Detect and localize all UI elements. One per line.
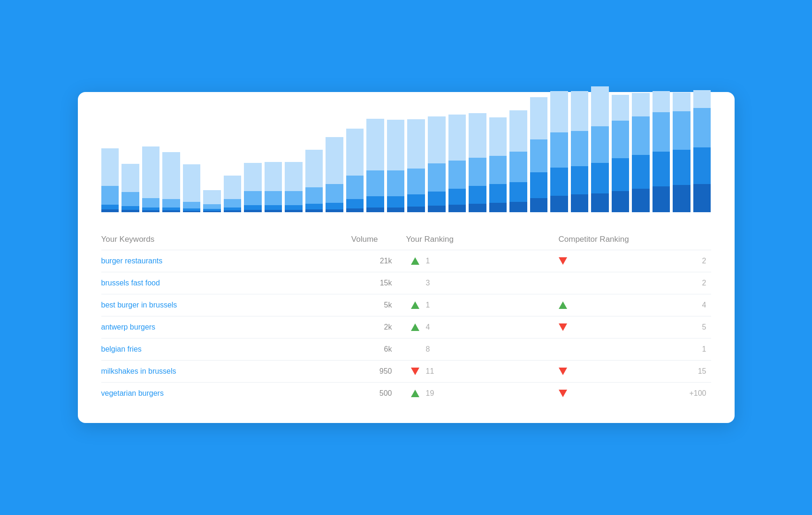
bar-group [265,162,282,212]
keyword-cell[interactable]: vegetarian burgers [101,389,304,398]
bar-segment [162,152,180,199]
arrow-up-icon [411,301,419,309]
bar-group [448,115,466,212]
bar-segment [265,191,282,205]
bar-stack [224,176,242,212]
volume-cell: 950 [304,367,406,376]
header-keywords: Your Keywords [101,235,304,244]
bar-segment [571,91,589,131]
bar-group [162,152,180,212]
bar-segment [469,186,486,204]
bar-segment [653,112,670,152]
bar-segment [326,203,343,209]
bar-stack [142,146,160,212]
bar-segment [224,176,242,199]
competitor-ranking-cell: +100 [559,389,711,398]
bar-stack [591,86,609,212]
arrow-up-icon [411,257,419,265]
keyword-cell[interactable]: brussels fast food [101,279,304,287]
bar-segment [244,210,262,212]
bar-segment [346,208,364,212]
bar-stack [183,164,201,212]
bar-segment [428,192,446,206]
bar-segment [387,208,405,212]
keyword-cell[interactable]: milkshakes in brussels [101,367,304,376]
competitor-ranking-cell: 5 [559,323,711,331]
bar-segment [489,203,507,212]
competitor-ranking-cell: 2 [559,279,711,287]
competitor-arrow-down-icon [559,368,567,375]
table-row: burger restaurants21k12 [101,250,711,272]
bar-segment [591,126,609,163]
bar-segment [326,137,343,184]
bar-stack [203,190,221,212]
bar-segment [448,189,466,205]
bar-group [101,148,119,212]
bar-stack [285,162,303,212]
bar-segment [285,210,303,212]
your-ranking-cell: 19 [406,389,559,398]
bar-segment [632,116,650,155]
bar-group [224,176,242,212]
keyword-cell[interactable]: best burger in brussels [101,301,304,309]
bar-segment [653,152,670,186]
bar-segment [305,204,323,209]
bar-segment [509,202,527,212]
bar-group [550,91,568,212]
arrow-down-icon [411,368,419,375]
header-your-ranking: Your Ranking [406,235,559,244]
bar-segment [121,206,139,210]
bar-segment [387,120,405,170]
keyword-cell[interactable]: antwerp burgers [101,323,304,331]
your-ranking-cell: 3 [406,279,559,287]
competitor-rank-number: 1 [574,345,706,354]
bar-segment [693,108,711,147]
your-ranking-cell: 8 [406,345,559,354]
bar-segment [285,162,303,191]
keyword-cell[interactable]: burger restaurants [101,257,304,265]
bar-segment [265,205,282,210]
bar-segment [407,194,425,207]
bar-stack [448,115,466,212]
bar-segment [387,170,405,196]
bar-group [305,150,323,212]
bar-segment [121,164,139,192]
table-row: vegetarian burgers50019+100 [101,383,711,404]
bar-stack [121,164,139,212]
bar-segment [203,211,221,212]
bar-segment [101,205,119,209]
bar-segment [244,191,262,205]
keyword-cell[interactable]: belgian fries [101,345,304,354]
bar-segment [244,163,262,191]
bar-stack [305,150,323,212]
volume-cell: 6k [304,345,406,354]
bar-segment [428,163,446,192]
bar-group [407,119,425,212]
bar-stack [550,91,568,212]
bar-group [632,93,650,212]
header-volume: Volume [304,235,406,244]
bar-segment [142,146,160,198]
competitor-rank-number: 15 [574,367,706,376]
bar-segment [101,186,119,205]
bar-segment [326,209,343,212]
bar-segment [469,113,486,158]
bar-segment [366,196,384,208]
bar-segment [203,190,221,204]
bar-segment [224,210,242,212]
bar-segment [162,199,180,208]
main-card: Your Keywords Volume Your Ranking Compet… [78,92,735,423]
bar-stack [428,116,446,212]
bar-segment [224,199,242,208]
bar-stack [673,92,691,212]
bar-stack [530,97,548,212]
bar-stack [469,113,486,212]
bar-stack [366,119,384,212]
bar-stack [612,95,630,212]
bar-segment [571,194,589,212]
competitor-rank-number: 4 [574,301,706,309]
bar-segment [673,185,691,212]
competitor-rank-number: 2 [574,279,706,287]
bar-group [509,110,527,212]
bar-group [244,163,262,212]
